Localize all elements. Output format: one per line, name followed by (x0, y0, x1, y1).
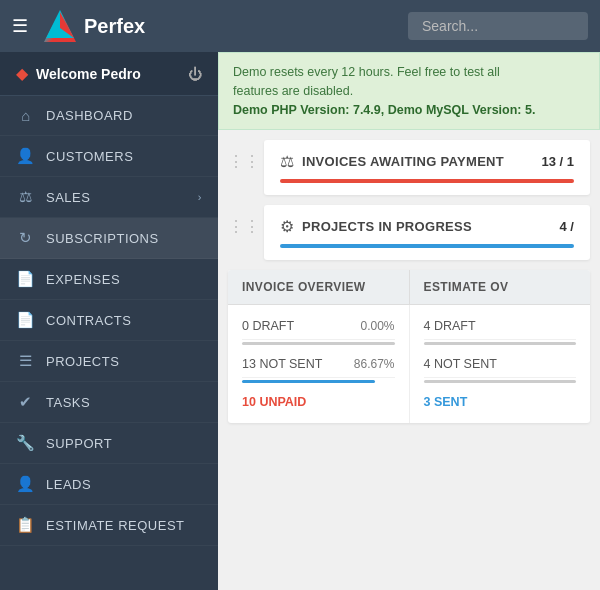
invoices-card: ⚖ INVOICES AWAITING PAYMENT 13 / 1 (264, 140, 590, 195)
subscriptions-icon: ↻ (16, 229, 36, 247)
topbar: ☰ Perfex (0, 0, 600, 52)
sidebar-item-label: SUBSCRIPTIONS (46, 231, 202, 246)
sidebar-item-label: SALES (46, 190, 188, 205)
logo-icon (44, 10, 76, 42)
sidebar-item-label: TASKS (46, 395, 202, 410)
expenses-icon: 📄 (16, 270, 36, 288)
invoice-row-0-bar (242, 342, 395, 345)
invoices-card-wrapper: ⋮⋮ ⚖ INVOICES AWAITING PAYMENT 13 / 1 (228, 140, 590, 195)
invoice-row-1-value: 86.67% (354, 357, 395, 371)
projects-card: ⚙ PROJECTS IN PROGRESS 4 / (264, 205, 590, 260)
sidebar-item-leads[interactable]: 👤 LEADS (0, 464, 218, 505)
sidebar-item-label: SUPPORT (46, 436, 202, 451)
main-layout: ◆ Welcome Pedro ⏻ ⌂ DASHBOARD 👤 CUSTOMER… (0, 52, 600, 590)
content-area: Demo resets every 12 hours. Feel free to… (218, 52, 600, 590)
projects-title: PROJECTS IN PROGRESS (302, 219, 472, 234)
sales-icon: ⚖ (16, 188, 36, 206)
alert-line3: Demo PHP Version: 7.4.9, Demo MySQL Vers… (233, 103, 535, 117)
drag-handle-invoices[interactable]: ⋮⋮ (228, 140, 264, 171)
estimate-row-1: 4 NOT SENT (424, 351, 577, 378)
invoice-row-2-label: 10 UNPAID (242, 395, 306, 409)
invoices-progress-bar (280, 179, 574, 183)
invoice-row-1-bar (242, 380, 375, 383)
estimate-row-1-bar (424, 380, 577, 383)
logo-svg (44, 10, 76, 42)
sidebar: ◆ Welcome Pedro ⏻ ⌂ DASHBOARD 👤 CUSTOMER… (0, 52, 218, 590)
estimate-row-2: 3 SENT (424, 389, 577, 415)
invoice-data-col: 0 DRAFT 0.00% 13 NOT SENT 86.67% 10 UNPA… (228, 305, 410, 423)
invoices-card-header: ⚖ INVOICES AWAITING PAYMENT 13 / 1 (280, 152, 574, 171)
logo-text: Perfex (84, 15, 145, 38)
search-input[interactable] (408, 12, 588, 40)
projects-stat-icon: ⚙ (280, 217, 294, 236)
projects-card-wrapper: ⋮⋮ ⚙ PROJECTS IN PROGRESS 4 / (228, 205, 590, 260)
invoice-row-0-value: 0.00% (360, 319, 394, 333)
estimate-row-0-bar (424, 342, 577, 345)
sidebar-item-label: CONTRACTS (46, 313, 202, 328)
contracts-icon: 📄 (16, 311, 36, 329)
estimate-row-2-label: 3 SENT (424, 395, 468, 409)
invoice-row-0: 0 DRAFT 0.00% (242, 313, 395, 340)
alert-line1: Demo resets every 12 hours. Feel free to… (233, 65, 500, 79)
user-circle-icon: ◆ (16, 64, 28, 83)
invoice-row-1: 13 NOT SENT 86.67% (242, 351, 395, 378)
sidebar-header: ◆ Welcome Pedro ⏻ (0, 52, 218, 96)
sidebar-item-dashboard[interactable]: ⌂ DASHBOARD (0, 96, 218, 136)
alert-line2: features are disabled. (233, 84, 353, 98)
chevron-right-icon: › (198, 191, 202, 203)
projects-icon: ☰ (16, 352, 36, 370)
projects-card-header: ⚙ PROJECTS IN PROGRESS 4 / (280, 217, 574, 236)
sidebar-item-customers[interactable]: 👤 CUSTOMERS (0, 136, 218, 177)
sidebar-item-projects[interactable]: ☰ PROJECTS (0, 341, 218, 382)
estimate-row-0: 4 DRAFT (424, 313, 577, 340)
invoice-row-1-label: 13 NOT SENT (242, 357, 322, 371)
sidebar-item-expenses[interactable]: 📄 EXPENSES (0, 259, 218, 300)
projects-progress-bar (280, 244, 574, 248)
overview-header: INVOICE OVERVIEW ESTIMATE OV (228, 270, 590, 305)
dashboard-icon: ⌂ (16, 107, 36, 124)
estimate-row-0-label: 4 DRAFT (424, 319, 476, 333)
sidebar-item-support[interactable]: 🔧 SUPPORT (0, 423, 218, 464)
sidebar-item-label: DASHBOARD (46, 108, 202, 123)
dashboard-content: ⋮⋮ ⚖ INVOICES AWAITING PAYMENT 13 / 1 ⋮⋮ (218, 130, 600, 590)
alert-banner: Demo resets every 12 hours. Feel free to… (218, 52, 600, 130)
sidebar-item-subscriptions[interactable]: ↻ SUBSCRIPTIONS (0, 218, 218, 259)
overview-body: 0 DRAFT 0.00% 13 NOT SENT 86.67% 10 UNPA… (228, 305, 590, 423)
invoices-value: 13 / 1 (541, 154, 574, 169)
support-icon: 🔧 (16, 434, 36, 452)
hamburger-icon[interactable]: ☰ (12, 15, 28, 37)
invoice-overview-header: INVOICE OVERVIEW (228, 270, 410, 304)
invoice-row-0-label: 0 DRAFT (242, 319, 294, 333)
invoice-row-2: 10 UNPAID (242, 389, 395, 415)
estimate-row-1-label: 4 NOT SENT (424, 357, 497, 371)
sidebar-item-contracts[interactable]: 📄 CONTRACTS (0, 300, 218, 341)
sidebar-item-label: LEADS (46, 477, 202, 492)
sidebar-header-left: ◆ Welcome Pedro (16, 64, 141, 83)
overview-section: INVOICE OVERVIEW ESTIMATE OV 0 DRAFT 0.0… (228, 270, 590, 423)
sidebar-item-label: CUSTOMERS (46, 149, 202, 164)
sidebar-item-label: EXPENSES (46, 272, 202, 287)
invoices-title-group: ⚖ INVOICES AWAITING PAYMENT (280, 152, 504, 171)
drag-handle-projects[interactable]: ⋮⋮ (228, 205, 264, 236)
sidebar-item-estimate-request[interactable]: 📋 ESTIMATE REQUEST (0, 505, 218, 546)
sidebar-item-sales[interactable]: ⚖ SALES › (0, 177, 218, 218)
balance-scale-icon: ⚖ (280, 152, 294, 171)
sidebar-item-label: PROJECTS (46, 354, 202, 369)
projects-title-group: ⚙ PROJECTS IN PROGRESS (280, 217, 472, 236)
projects-value: 4 / (560, 219, 574, 234)
estimate-overview-header: ESTIMATE OV (410, 270, 591, 304)
estimate-request-icon: 📋 (16, 516, 36, 534)
invoices-title: INVOICES AWAITING PAYMENT (302, 154, 504, 169)
tasks-icon: ✔ (16, 393, 36, 411)
customers-icon: 👤 (16, 147, 36, 165)
sidebar-item-label: ESTIMATE REQUEST (46, 518, 202, 533)
estimate-data-col: 4 DRAFT 4 NOT SENT 3 SENT (410, 305, 591, 423)
welcome-text: Welcome Pedro (36, 66, 141, 82)
logo-container: Perfex (44, 10, 145, 42)
sidebar-item-tasks[interactable]: ✔ TASKS (0, 382, 218, 423)
leads-icon: 👤 (16, 475, 36, 493)
power-icon[interactable]: ⏻ (188, 66, 202, 82)
